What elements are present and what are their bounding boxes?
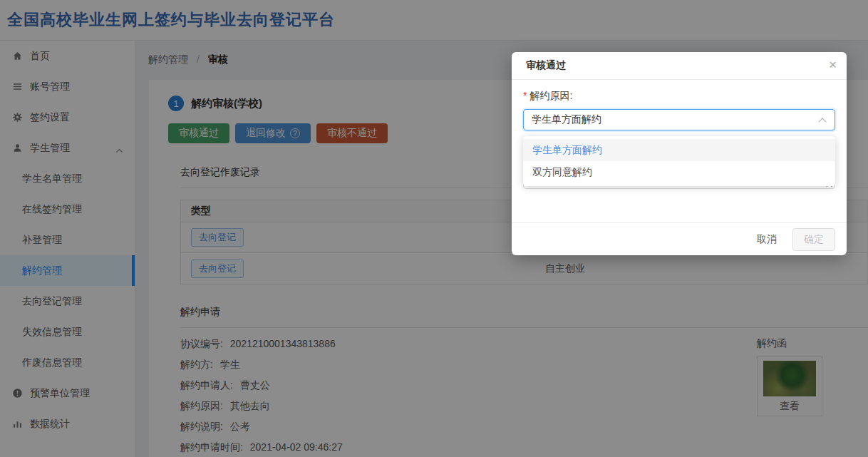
dialog-header: 审核通过 [512, 52, 847, 80]
close-icon[interactable]: × [829, 58, 837, 71]
cancel-button[interactable]: 取消 [748, 229, 785, 250]
reason-field-label: *解约原因: [523, 90, 835, 103]
dropdown-option-mutual-consent[interactable]: 双方同意解约 [523, 161, 835, 183]
dropdown-option-student-unilateral[interactable]: 学生单方面解约 [523, 139, 835, 161]
dialog-footer: 取消 确定 [512, 222, 847, 255]
dialog-title: 审核通过 [526, 59, 566, 72]
required-asterisk: * [523, 90, 527, 101]
reason-select[interactable]: 学生单方面解约 [523, 109, 835, 130]
app-window: 全国高校毕业生网上签约与毕业去向登记平台 首页 账号管理 签约设置 [0, 0, 868, 457]
chevron-up-icon [818, 118, 826, 125]
reason-label-text: 解约原因: [529, 90, 572, 101]
approve-dialog: 审核通过 × *解约原因: 学生单方面解约 学生单方面解约 双方同意解约 取消 … [512, 52, 847, 255]
reason-dropdown: 学生单方面解约 双方同意解约 [523, 136, 835, 186]
confirm-button[interactable]: 确定 [792, 228, 835, 251]
reason-select-value: 学生单方面解约 [532, 113, 601, 126]
